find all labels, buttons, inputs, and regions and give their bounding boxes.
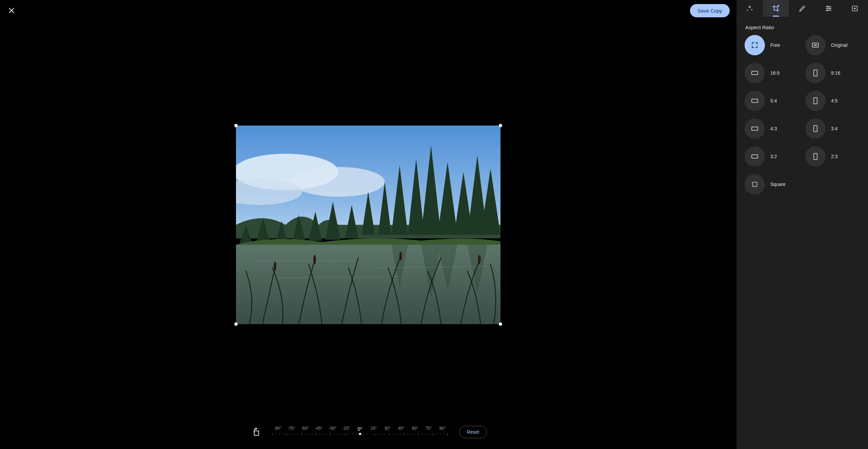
angle-tick-label: 75° [423, 426, 434, 432]
aspect-ratio-square[interactable]: Square [745, 174, 799, 194]
crop-handle-tl[interactable] [234, 124, 238, 127]
aspect-ratio-heading: Aspect Ratio [736, 17, 868, 35]
angle-tick-label: 15° [368, 426, 379, 432]
adjust-icon [825, 5, 832, 12]
svg-rect-55 [814, 153, 817, 160]
angle-tick-label: -60° [299, 426, 311, 432]
svg-rect-54 [752, 155, 758, 158]
svg-point-33 [478, 255, 481, 264]
save-copy-button[interactable]: Save Copy [690, 4, 730, 17]
aspect-ratio-9-16-icon [805, 63, 826, 83]
aspect-ratio-free[interactable]: Free [745, 35, 799, 55]
svg-rect-53 [814, 126, 817, 132]
svg-point-47 [816, 45, 817, 45]
tool-tab-more[interactable] [842, 0, 868, 17]
aspect-ratio-5-4[interactable]: 5:4 [745, 91, 799, 111]
aspect-ratio-9-16[interactable]: 9:16 [805, 63, 860, 83]
crop-icon [772, 4, 780, 13]
aspect-ratio-original-icon [805, 35, 826, 55]
aspect-ratio-4-5-icon [805, 91, 826, 111]
aspect-ratio-4-5[interactable]: 4:5 [805, 91, 860, 111]
svg-point-39 [829, 8, 830, 9]
close-button[interactable] [7, 6, 16, 15]
angle-tick-label: 30° [382, 426, 393, 432]
rotate-bar: -90°-75°-60°-45°-30°-15°0°15°30°45°60°75… [0, 418, 736, 449]
svg-point-30 [274, 262, 276, 271]
close-icon [8, 7, 15, 14]
svg-rect-56 [753, 182, 757, 187]
angle-pointer [358, 432, 362, 435]
angle-tick-label: -90° [272, 426, 283, 432]
angle-tick-label: 0° [354, 426, 366, 432]
editor-area: Save Copy [0, 0, 736, 449]
aspect-ratio-2-3-icon [805, 146, 826, 167]
angle-tick-label: -15° [340, 426, 352, 432]
svg-rect-51 [814, 98, 817, 104]
aspect-ratio-3-4-icon [805, 118, 826, 139]
crop-handle-br[interactable] [499, 322, 502, 326]
aspect-ratio-4-3-label: 4:3 [770, 126, 777, 131]
svg-rect-22 [236, 245, 500, 324]
svg-marker-34 [254, 431, 258, 435]
enhance-icon [746, 5, 753, 12]
crop-frame[interactable] [236, 126, 500, 324]
reset-button[interactable]: Reset [459, 426, 487, 438]
angle-tick-label: -30° [327, 426, 338, 432]
svg-point-46 [815, 45, 816, 45]
sidebar: Aspect Ratio FreeOriginal16:99:165:44:54… [736, 0, 868, 449]
canvas [0, 21, 736, 418]
tool-tab-adjust[interactable] [815, 0, 842, 17]
aspect-ratio-3-4[interactable]: 3:4 [805, 118, 860, 139]
angle-tick-label: -75° [285, 426, 297, 432]
tool-tab-crop[interactable] [763, 0, 789, 17]
aspect-ratio-4-3[interactable]: 4:3 [745, 118, 799, 139]
tool-tab-enhance[interactable] [736, 0, 763, 17]
rotate-90-button[interactable] [250, 426, 261, 438]
tool-tab-tools[interactable] [789, 0, 815, 17]
aspect-ratio-square-icon [745, 174, 765, 194]
aspect-ratio-16-9[interactable]: 16:9 [745, 63, 799, 83]
photo-preview [236, 126, 500, 324]
svg-rect-52 [752, 127, 758, 130]
aspect-ratio-2-3[interactable]: 2:3 [805, 146, 860, 167]
svg-point-45 [814, 45, 815, 45]
aspect-ratio-grid: FreeOriginal16:99:165:44:54:33:43:22:3Sq… [736, 35, 868, 204]
aspect-ratio-9-16-label: 9:16 [831, 70, 840, 76]
top-bar: Save Copy [0, 0, 736, 21]
aspect-ratio-16-9-label: 16:9 [770, 70, 780, 76]
tool-tabs [736, 0, 868, 17]
svg-point-32 [399, 251, 402, 261]
angle-tick-label: 45° [395, 426, 407, 432]
aspect-ratio-3-2[interactable]: 3:2 [745, 146, 799, 167]
rotate-icon [251, 428, 260, 436]
svg-rect-50 [752, 99, 758, 102]
aspect-ratio-3-2-label: 3:2 [770, 154, 777, 159]
crop-handle-bl[interactable] [234, 322, 238, 326]
svg-point-38 [827, 6, 828, 7]
aspect-ratio-original[interactable]: Original [805, 35, 860, 55]
svg-point-4 [292, 167, 385, 197]
aspect-ratio-original-label: Original [831, 42, 847, 48]
angle-tick-label: 60° [409, 426, 421, 432]
aspect-ratio-2-3-label: 2:3 [831, 154, 837, 159]
aspect-ratio-5-4-label: 5:4 [770, 98, 777, 104]
crop-handle-tr[interactable] [499, 124, 502, 127]
angle-tick-label: -45° [313, 426, 324, 432]
more-icon [851, 5, 859, 12]
svg-point-40 [826, 10, 828, 11]
svg-rect-48 [752, 71, 758, 75]
aspect-ratio-3-2-icon [745, 146, 765, 167]
aspect-ratio-4-5-label: 4:5 [831, 98, 837, 104]
svg-point-31 [313, 255, 316, 264]
angle-slider[interactable]: -90°-75°-60°-45°-30°-15°0°15°30°45°60°75… [272, 426, 448, 438]
aspect-ratio-4-3-icon [745, 118, 765, 139]
aspect-ratio-free-icon [745, 35, 765, 55]
tools-icon [798, 5, 806, 12]
aspect-ratio-square-label: Square [770, 182, 786, 187]
angle-tick-label: 90° [437, 426, 448, 432]
aspect-ratio-5-4-icon [745, 91, 765, 111]
svg-rect-49 [814, 70, 817, 76]
aspect-ratio-free-label: Free [770, 42, 780, 48]
aspect-ratio-3-4-label: 3:4 [831, 126, 837, 131]
aspect-ratio-16-9-icon [745, 63, 765, 83]
